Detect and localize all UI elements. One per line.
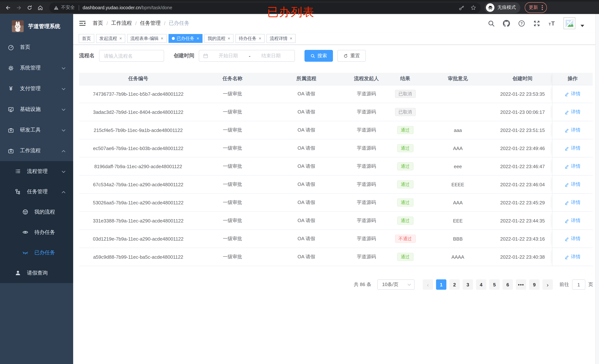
column-header-6: 审批意见 [423,73,493,85]
app-logo-row[interactable]: 芋道管理系统 [0,14,73,34]
detail-link[interactable]: 详情 [565,235,581,242]
tab-close-icon[interactable]: × [197,36,199,41]
cell-result: 已取消 [388,103,423,121]
avatar-caret-icon[interactable] [581,25,584,27]
sidebar-item-user[interactable]: 请假查询 [0,263,73,283]
calendar-icon [203,53,208,59]
detail-link[interactable]: 详情 [565,127,581,133]
cell-task-name: 一级审批 [197,103,268,121]
cell-comment [423,103,493,121]
sidebar-item-toolbox[interactable]: 研发工具 [0,120,73,141]
page-scrollbar[interactable] [595,14,599,364]
search-icon[interactable] [488,20,495,27]
page-button-2[interactable]: 2 [449,279,460,290]
tab-close-icon[interactable]: × [119,36,122,41]
result-badge: 通过 [397,198,413,207]
tab-close-icon[interactable]: × [259,36,261,41]
bookmark-star-icon[interactable] [470,5,476,10]
svg-text:?: ? [520,21,523,25]
next-page-button[interactable]: › [542,279,553,290]
reset-button[interactable]: 重置 [337,50,366,62]
sidebar-item-yen[interactable]: ¥支付管理 [0,78,73,99]
breadcrumb-item[interactable]: 首页 [93,20,103,27]
cell-created: 2022-01-22 23:51:15 [493,121,552,139]
sidebar-item-label: 研发工具 [20,127,41,133]
sidebar-item-task-tree[interactable]: 任务管理 [0,181,73,202]
sidebar-item-eye-open[interactable]: 待办任务 [0,222,73,242]
detail-link[interactable]: 详情 [565,181,581,188]
page-button-6[interactable]: 6 [502,279,513,290]
sidebar-item-process-list[interactable]: 流程管理 [0,161,73,181]
cell-comment: AAA [423,194,493,211]
page-button-1[interactable]: 1 [436,279,446,290]
detail-link[interactable]: 详情 [565,254,581,260]
cell-task-id: 67c534a2-7b9a-11ec-a290-acde48001122 [79,176,197,193]
sidebar-item-eye-closed[interactable]: 已办任务 [0,242,73,263]
breadcrumb-item[interactable]: 工作流程 [111,20,132,27]
edit-pencil-icon [565,146,569,151]
tab-我的流程[interactable]: 我的流程× [204,34,234,43]
browser-forward-icon[interactable] [15,4,23,11]
cell-created: 2022-01-22 23:49:46 [493,139,552,157]
page-button-3[interactable]: 3 [463,279,473,290]
tab-已办任务[interactable]: 已办任务× [168,34,203,43]
edit-pencil-icon [565,236,569,241]
cell-comment: EEE [423,212,493,230]
sidebar-menu: 首页系统管理¥支付管理基础设施研发工具工作流程流程管理任务管理我的流程待办任务已… [0,37,73,283]
key-icon[interactable] [458,5,465,10]
browser-menu-icon[interactable] [542,5,543,10]
tab-close-icon[interactable]: × [228,36,230,41]
search-button[interactable]: 搜索 [305,50,333,62]
sidebar-item-robot[interactable]: 我的流程 [0,202,73,222]
sidebar-item-workflow[interactable]: 工作流程 [0,141,73,161]
page-button-4[interactable]: 4 [476,279,486,290]
cell-process: OA 请假 [268,157,345,175]
cell-actions: 详情 [552,230,593,248]
cell-task-id: 215cf4e5-7b9b-11ec-9a1b-acde48001122 [79,121,197,139]
detail-link[interactable]: 详情 [565,90,581,97]
page-button-9[interactable]: 9 [529,279,539,290]
tab-close-icon[interactable]: × [161,36,163,41]
tab-待办任务[interactable]: 待办任务× [235,34,264,43]
sidebar-item-infra[interactable]: 基础设施 [0,99,73,120]
detail-link[interactable]: 详情 [565,145,581,151]
tab-label: 我的流程 [208,35,225,42]
tab-label: 流程详情 [270,35,288,42]
detail-link[interactable]: 详情 [565,199,581,206]
browser-reload-icon[interactable] [26,4,33,11]
column-header-4: 流程发起人 [345,73,388,85]
date-range-picker[interactable]: 开始日期 - 结束日期 [199,50,295,62]
page-button-5[interactable]: 5 [489,279,500,290]
browser-home-icon[interactable] [36,4,44,11]
result-badge: 通过 [397,217,413,225]
goto-page-input[interactable] [572,279,585,290]
text-size-icon[interactable]: TT [548,20,555,27]
browser-back-icon[interactable] [4,4,12,11]
sidebar-item-dashboard[interactable]: 首页 [0,37,73,58]
sidebar-item-gear[interactable]: 系统管理 [0,58,73,78]
tab-首页[interactable]: 首页 [79,34,94,43]
sidebar-toggle-icon[interactable] [79,20,86,27]
detail-link[interactable]: 详情 [565,109,581,115]
more-pages-button[interactable]: ••• [516,279,526,290]
url-bar[interactable]: 不安全 dashboard.yudao.iocoder.cn /bpm/task… [49,2,481,13]
table-header-row: 任务编号任务名称所属流程流程发起人结果审批意见创建时间操作 [79,73,593,85]
cell-task-name: 一级审批 [197,157,268,175]
github-icon[interactable] [503,20,510,27]
tab-发起流程[interactable]: 发起流程× [96,34,125,43]
fullscreen-icon[interactable] [533,20,540,27]
help-icon[interactable]: ? [518,20,525,27]
avatar[interactable] [564,17,575,29]
page-size-select[interactable]: 10条/页 [377,279,414,290]
tab-close-icon[interactable]: × [290,36,292,41]
breadcrumb-item[interactable]: 任务管理 [140,20,161,27]
browser-update-button[interactable]: 更新 [525,2,547,13]
detail-link[interactable]: 详情 [565,163,581,170]
cell-task-id: 03d1219e-7b9a-11ec-a290-acde48001122 [79,230,197,248]
sidebar-item-label: 请假查询 [27,270,48,276]
process-name-input[interactable] [99,50,164,62]
detail-link[interactable]: 详情 [565,217,581,224]
tab-流程表单-编辑[interactable]: 流程表单-编辑× [127,34,167,43]
tab-流程详情[interactable]: 流程详情× [266,34,296,43]
chevron-down-icon [61,87,66,91]
